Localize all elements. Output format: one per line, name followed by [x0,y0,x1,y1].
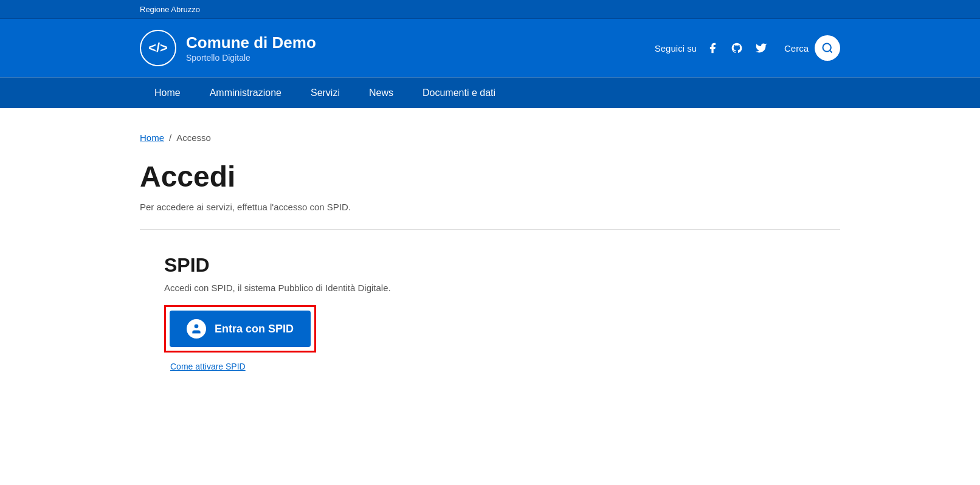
nav-item-amministrazione[interactable]: Amministrazione [195,78,296,108]
nav-item-news[interactable]: News [354,78,408,108]
come-attivare-spid-link[interactable]: Come attivare SPID [170,362,246,371]
site-subtitle: Sportello Digitale [186,53,316,63]
person-icon [190,323,202,335]
breadcrumb-current: Accesso [176,132,211,143]
page-subtitle: Per accedere ai servizi, effettua l'acce… [140,202,840,212]
main-content: Home / Accesso Accedi Per accedere ai se… [125,108,855,408]
logo-icon: </> [140,30,176,66]
site-name: Comune di Demo [186,33,316,52]
facebook-icon[interactable] [704,40,721,57]
breadcrumb-home[interactable]: Home [140,132,164,143]
search-button[interactable] [815,35,840,61]
region-label: Regione Abruzzo [140,5,200,14]
spid-button-wrapper: Entra con SPID [164,305,316,353]
spid-title: SPID [164,254,840,277]
header: </> Comune di Demo Sportello Digitale Se… [0,19,980,108]
spid-button-label: Entra con SPID [215,323,294,335]
page-title: Accedi [140,160,840,193]
nav-item-documenti[interactable]: Documenti e dati [408,78,510,108]
user-icon [187,319,206,339]
seguici-label: Seguici su [655,43,697,53]
svg-point-0 [823,44,831,52]
spid-login-button[interactable]: Entra con SPID [170,311,311,347]
header-right: Seguici su Cerca [655,35,840,61]
breadcrumb: Home / Accesso [140,132,840,143]
search-icon [821,42,833,54]
svg-line-1 [830,50,832,53]
logo-symbol: </> [148,40,168,56]
svg-point-2 [195,325,199,329]
breadcrumb-separator: / [169,132,171,143]
seguici-area: Seguici su [655,40,770,57]
top-banner: Regione Abruzzo [0,0,980,19]
twitter-icon[interactable] [753,40,770,57]
cerca-label: Cerca [784,43,809,53]
nav-item-home[interactable]: Home [140,78,195,108]
nav-item-servizi[interactable]: Servizi [296,78,354,108]
logo-text: Comune di Demo Sportello Digitale [186,33,316,62]
cerca-area: Cerca [784,35,840,61]
main-nav: Home Amministrazione Servizi News Docume… [0,77,980,108]
github-icon[interactable] [728,40,745,57]
spid-description: Accedi con SPID, il sistema Pubblico di … [164,283,840,293]
section-divider [140,229,840,230]
logo-area: </> Comune di Demo Sportello Digitale [140,30,316,66]
spid-section: SPID Accedi con SPID, il sistema Pubblic… [140,254,840,372]
